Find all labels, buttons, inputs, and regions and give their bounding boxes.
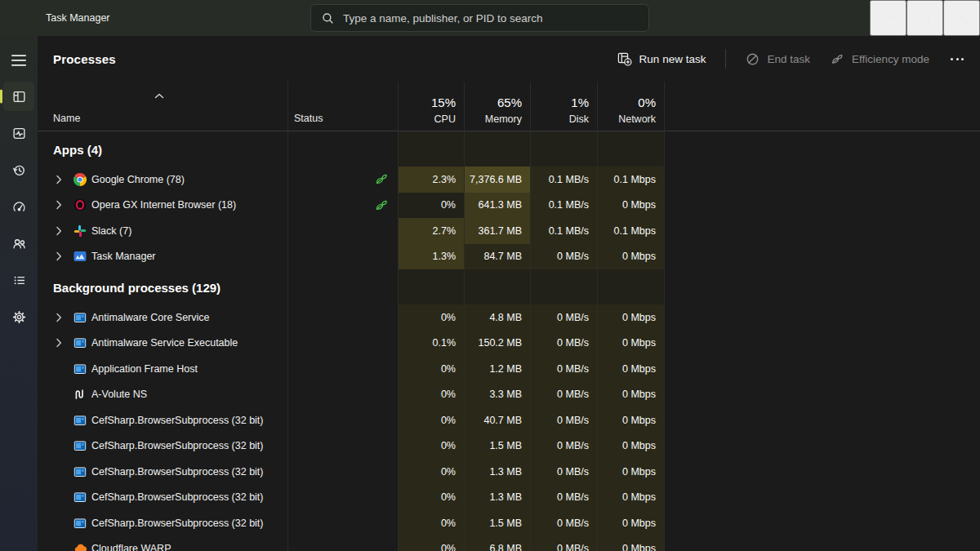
efficiency-leaf-icon: [373, 173, 390, 185]
column-header-memory[interactable]: 65%Memory: [464, 96, 530, 125]
search-input[interactable]: Type a name, publisher, or PID to search: [310, 4, 649, 32]
main-panel: Processes Run new task End task Efficien…: [38, 36, 980, 551]
memory-cell: 1.3 MB: [464, 459, 530, 485]
efficiency-mode-button[interactable]: Efficiency mode: [830, 53, 929, 65]
titlebar: Task Manager Type a name, publisher, or …: [0, 0, 980, 36]
network-cell: 0 Mbps: [597, 485, 664, 511]
process-name: Slack (7): [91, 225, 131, 237]
group-header-row[interactable]: Background processes (129): [38, 269, 980, 304]
selected-accent-pill: [0, 90, 2, 104]
status-cell: [287, 407, 398, 433]
process-row[interactable]: Antimalware Service Executable0.1%150.2 …: [38, 331, 980, 357]
taskmgr-icon: [74, 250, 87, 263]
run-new-task-button[interactable]: Run new task: [617, 51, 706, 66]
process-row[interactable]: CefSharp.BrowserSubprocess (32 bit)0%1.5…: [38, 433, 980, 460]
network-cell: 0.1 Mbps: [597, 167, 664, 193]
memory-cell: 4.8 MB: [464, 304, 530, 331]
maximize-button[interactable]: [906, 0, 943, 36]
process-row[interactable]: CefSharp.BrowserSubprocess (32 bit)0%1.3…: [38, 459, 980, 485]
column-header-cpu[interactable]: 15%CPU: [398, 96, 464, 125]
process-row[interactable]: Task Manager1.3%84.7 MB0 MB/s0 Mbps: [38, 244, 980, 270]
end-task-button[interactable]: End task: [746, 52, 810, 66]
disk-total: 1%: [530, 96, 589, 109]
chevron-right-icon[interactable]: [56, 200, 62, 210]
chevron-right-icon[interactable]: [56, 175, 62, 184]
column-header-network[interactable]: 0%Network: [597, 96, 664, 125]
group-memory-cell: [464, 131, 530, 167]
process-name: CefSharp.BrowserSubprocess (32 bit): [91, 415, 264, 426]
search-placeholder: Type a name, publisher, or PID to search: [343, 12, 543, 24]
process-name: Antimalware Service Executable: [91, 337, 238, 349]
process-name: Cloudflare WARP: [91, 543, 172, 551]
disk-cell: 0.1 MB/s: [530, 218, 597, 244]
process-row[interactable]: CefSharp.BrowserSubprocess (32 bit)0%1.3…: [38, 485, 980, 511]
process-row[interactable]: Application Frame Host0%1.2 MB0 MB/s0 Mb…: [38, 356, 980, 382]
memory-cell: 7,376.6 MB: [464, 167, 530, 193]
chrome-icon: [74, 173, 87, 186]
group-memory-cell: [464, 269, 530, 304]
process-row[interactable]: Google Chrome (78)2.3%7,376.6 MB0.1 MB/s…: [38, 167, 980, 193]
disk-cell: 0 MB/s: [530, 510, 597, 536]
process-row[interactable]: CefSharp.BrowserSubprocess (32 bit)0%40.…: [38, 407, 980, 433]
hamburger-menu-button[interactable]: [7, 49, 31, 72]
status-cell: [287, 485, 398, 511]
efficiency-leaf-icon: [373, 199, 390, 211]
disk-cell: 0 MB/s: [530, 459, 597, 485]
details-icon: [12, 273, 26, 287]
process-row[interactable]: Slack (7)2.7%361.7 MB0.1 MB/s0.1 Mbps: [38, 218, 980, 244]
memory-cell: 6.8 MB: [464, 536, 530, 551]
sidebar: [0, 36, 38, 551]
sidebar-nav: [0, 82, 38, 331]
chevron-right-icon[interactable]: [56, 313, 62, 322]
column-divider: [464, 82, 465, 551]
cpu-cell: 0%: [398, 433, 464, 460]
column-header-status[interactable]: Status: [294, 113, 323, 124]
status-cell: [287, 193, 398, 219]
memory-cell: 641.3 MB: [464, 193, 530, 219]
sidebar-item-startup-apps[interactable]: [3, 192, 34, 221]
memory-cell: 150.2 MB: [464, 331, 530, 357]
status-cell: [287, 433, 398, 460]
group-label: Apps (4): [53, 142, 102, 156]
sidebar-item-details[interactable]: [3, 265, 34, 295]
column-header-name[interactable]: Name: [53, 113, 80, 124]
sidebar-item-processes[interactable]: [3, 82, 34, 111]
run-new-task-icon: [617, 51, 632, 66]
disk-cell: 0 MB/s: [530, 433, 597, 460]
process-row[interactable]: Antimalware Core Service0%4.8 MB0 MB/s0 …: [38, 304, 980, 331]
maximize-icon: [921, 14, 929, 22]
more-options-button[interactable]: [949, 58, 965, 60]
column-divider: [398, 82, 399, 551]
sidebar-item-app-history[interactable]: [3, 155, 34, 184]
chevron-right-icon[interactable]: [56, 338, 62, 348]
minimize-button[interactable]: [870, 0, 906, 36]
disk-cell: 0 MB/s: [530, 331, 597, 357]
close-button[interactable]: [943, 0, 980, 36]
process-row[interactable]: A-Volute NS0%3.3 MB0 MB/s0 Mbps: [38, 382, 980, 408]
cpu-total: 15%: [398, 96, 456, 109]
process-row[interactable]: Cloudflare WARP0%6.8 MB0 MB/s0 Mbps: [38, 536, 980, 551]
process-row[interactable]: Opera GX Internet Browser (18)0%641.3 MB…: [38, 193, 980, 219]
cpu-cell: 0%: [398, 382, 464, 408]
sidebar-item-services[interactable]: [3, 302, 34, 331]
toolbar: Processes Run new task End task Efficien…: [38, 36, 980, 82]
chevron-right-icon[interactable]: [56, 226, 62, 236]
group-header-row[interactable]: Apps (4): [38, 131, 980, 167]
disk-cell: 0 MB/s: [530, 356, 597, 382]
disk-cell: 0 MB/s: [530, 304, 597, 331]
process-row[interactable]: CefSharp.BrowserSubprocess (32 bit)0%1.5…: [38, 510, 980, 536]
window-icon: [74, 465, 87, 478]
network-cell: 0 Mbps: [597, 304, 664, 331]
chevron-right-icon[interactable]: [56, 251, 62, 261]
process-name: CefSharp.BrowserSubprocess (32 bit): [91, 491, 264, 503]
sidebar-item-users[interactable]: [3, 229, 34, 258]
column-header-disk[interactable]: 1%Disk: [530, 96, 597, 125]
hamburger-icon: [11, 55, 26, 66]
cpu-cell: 0%: [398, 485, 464, 511]
status-cell: [287, 218, 398, 244]
process-name: Opera GX Internet Browser (18): [91, 199, 236, 211]
sidebar-item-performance[interactable]: [3, 118, 34, 148]
sort-ascending-icon: [154, 87, 164, 102]
memory-cell: 1.3 MB: [464, 485, 530, 511]
status-cell: [287, 536, 398, 551]
